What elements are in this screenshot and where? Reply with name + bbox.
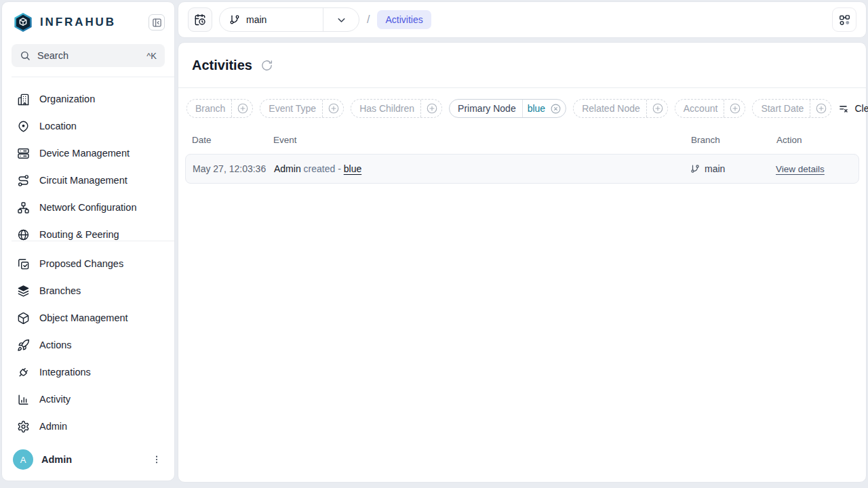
layers-icon xyxy=(17,285,30,298)
activities-panel: Activities Branch Event Type Has Childre… xyxy=(178,42,867,483)
row-branch: main xyxy=(690,163,776,174)
sidebar-item-circuit-management[interactable]: Circuit Management xyxy=(9,167,167,194)
user-name: Admin xyxy=(41,454,140,465)
filter-label: Start Date xyxy=(753,103,804,114)
route-icon xyxy=(17,174,30,187)
filter-label: Related Node xyxy=(574,103,640,114)
remove-filter-icon[interactable] xyxy=(545,103,566,115)
column-event: Event xyxy=(273,135,691,145)
user-menu[interactable]: A Admin xyxy=(2,441,174,481)
sidebar-item-integrations[interactable]: Integrations xyxy=(9,359,167,386)
sidebar-item-label: Activity xyxy=(39,394,71,405)
user-menu-button[interactable] xyxy=(149,451,165,468)
plus-circle-icon[interactable] xyxy=(729,102,745,115)
row-event: Admin created - blue xyxy=(274,163,690,174)
event-verb: created xyxy=(304,163,336,174)
cube-icon xyxy=(17,312,30,325)
branch-selector-toggle[interactable] xyxy=(323,8,359,31)
filter-bar: Branch Event Type Has Children Primary N… xyxy=(178,88,866,129)
refresh-button[interactable] xyxy=(260,59,273,72)
sidebar-item-object-management[interactable]: Object Management xyxy=(9,304,167,331)
sidebar-item-label: Organization xyxy=(39,94,95,104)
filter-chip-branch[interactable]: Branch xyxy=(186,99,253,118)
rocket-icon xyxy=(17,339,30,352)
proposed-changes-icon xyxy=(17,258,30,270)
branch-selector-value[interactable]: main xyxy=(220,8,323,31)
map-pin-icon xyxy=(17,120,30,133)
row-date: May 27, 12:03:36 xyxy=(193,163,274,174)
sidebar-item-location[interactable]: Location xyxy=(9,113,167,140)
graph-nodes-icon xyxy=(838,14,851,26)
sidebar-item-label: Device Management xyxy=(39,148,130,159)
brand-name: INFRAHUB xyxy=(40,16,116,29)
sidebar-item-network-configuration[interactable]: Network Configuration xyxy=(9,194,167,221)
schema-graph-button[interactable] xyxy=(832,7,856,32)
gear-icon xyxy=(17,420,30,433)
plug-icon xyxy=(17,366,30,379)
sidebar-item-label: Branches xyxy=(39,285,81,296)
filter-value: blue xyxy=(528,103,545,114)
event-target-link[interactable]: blue xyxy=(344,163,361,174)
sidebar-item-proposed-changes[interactable]: Proposed Changes xyxy=(9,250,167,277)
sidebar-item-organization[interactable]: Organization xyxy=(9,85,167,113)
sidebar-item-label: Object Management xyxy=(39,312,128,323)
filter-chip-event-type[interactable]: Event Type xyxy=(260,99,344,118)
filter-chip-related-node[interactable]: Related Node xyxy=(573,99,668,118)
sidebar-item-device-management[interactable]: Device Management xyxy=(9,140,167,167)
plus-circle-icon[interactable] xyxy=(237,102,252,115)
clear-filters-button[interactable]: Clear filters xyxy=(838,103,868,115)
filter-chip-start-date[interactable]: Start Date xyxy=(752,99,831,118)
server-icon xyxy=(17,147,30,160)
row-action: View details xyxy=(776,163,852,174)
column-date: Date xyxy=(192,135,273,145)
topbar: main / Activities xyxy=(178,1,867,38)
date-picker-button[interactable] xyxy=(188,7,212,32)
sidebar-collapse-button[interactable] xyxy=(149,14,165,30)
sidebar-item-label: Proposed Changes xyxy=(39,258,123,269)
calendar-clock-icon xyxy=(194,14,206,26)
plus-circle-icon[interactable] xyxy=(652,102,667,115)
table-row[interactable]: May 27, 12:03:36 Admin created - blue ma… xyxy=(185,154,859,184)
filter-chip-has-children[interactable]: Has Children xyxy=(351,99,442,118)
network-icon xyxy=(17,201,30,214)
filter-chip-account[interactable]: Account xyxy=(675,99,746,118)
table-header: Date Event Branch Action xyxy=(178,129,866,145)
search-input[interactable]: Search ^K xyxy=(12,44,165,67)
filter-clear-icon xyxy=(838,103,850,115)
page-title: Activities xyxy=(192,58,252,73)
sidebar: INFRAHUB Search ^K Organization L xyxy=(1,1,175,481)
kebab-menu-icon xyxy=(151,454,162,465)
filter-label: Account xyxy=(675,103,718,114)
event-dash: - xyxy=(338,163,341,174)
breadcrumb-current[interactable]: Activities xyxy=(377,10,431,29)
plus-circle-icon[interactable] xyxy=(426,102,441,115)
sidebar-item-branches[interactable]: Branches xyxy=(9,277,167,304)
view-details-link[interactable]: View details xyxy=(776,164,825,174)
infrahub-logo-icon xyxy=(13,12,33,33)
sidebar-item-label: Routing & Peering xyxy=(39,229,119,240)
search-placeholder: Search xyxy=(37,50,140,61)
sidebar-item-label: Location xyxy=(39,121,77,131)
sidebar-item-label: Network Configuration xyxy=(39,202,136,213)
column-branch: Branch xyxy=(691,135,776,145)
sidebar-item-routing-peering[interactable]: Routing & Peering xyxy=(9,221,167,241)
sidebar-item-label: Integrations xyxy=(39,367,91,378)
sidebar-header: INFRAHUB xyxy=(2,2,174,33)
filter-chip-primary-node[interactable]: Primary Node blue xyxy=(449,99,566,118)
sidebar-item-actions[interactable]: Actions xyxy=(9,331,167,359)
sidebar-item-admin[interactable]: Admin xyxy=(9,413,167,440)
branch-selector[interactable]: main xyxy=(219,7,359,32)
globe-icon xyxy=(17,228,30,241)
search-shortcut: ^K xyxy=(146,51,157,61)
breadcrumb-separator: / xyxy=(367,14,370,26)
plus-circle-icon[interactable] xyxy=(815,102,831,115)
sidebar-secondary-menu: Proposed Changes Branches Object Managem… xyxy=(2,241,174,440)
plus-circle-icon[interactable] xyxy=(328,102,343,115)
row-branch-name: main xyxy=(705,163,725,174)
avatar: A xyxy=(13,449,33,470)
sidebar-primary-menu: Organization Location Device Management … xyxy=(2,77,174,241)
clear-filters-label: Clear filters xyxy=(854,103,868,114)
chevron-down-icon xyxy=(336,14,347,26)
sidebar-item-activity[interactable]: Activity xyxy=(9,386,167,413)
sidebar-item-label: Circuit Management xyxy=(39,175,127,186)
